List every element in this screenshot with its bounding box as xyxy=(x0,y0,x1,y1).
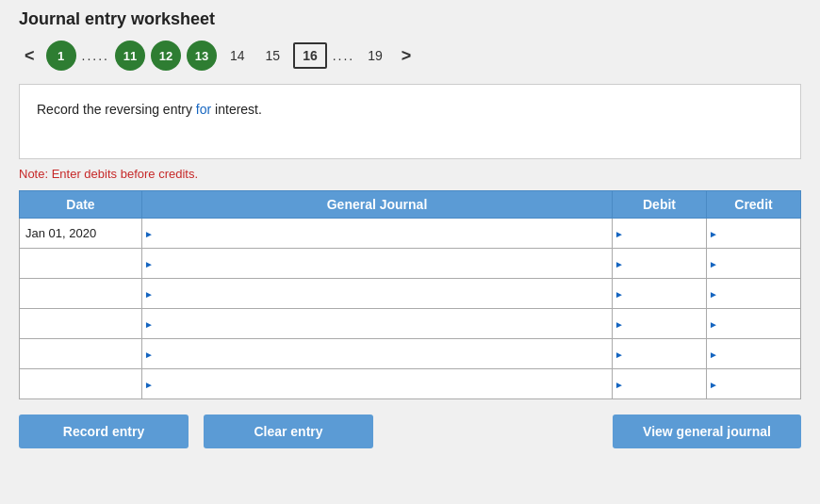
nav-item-16[interactable]: 16 xyxy=(293,42,327,69)
nav-item-19[interactable]: 19 xyxy=(360,44,390,67)
page-title: Journal entry worksheet xyxy=(19,9,801,29)
credit-input-2[interactable] xyxy=(707,249,800,278)
nav-item-1[interactable]: 1 xyxy=(46,41,76,71)
debit-input-4[interactable] xyxy=(613,309,706,338)
nav-item-11[interactable]: 11 xyxy=(115,41,145,71)
col-header-credit: Credit xyxy=(707,191,801,219)
row-arrow-4: ► xyxy=(144,318,154,329)
record-entry-button[interactable]: Record entry xyxy=(19,415,189,448)
journal-input-4[interactable] xyxy=(156,309,612,338)
journal-input-3[interactable] xyxy=(156,279,612,308)
nav-dots-2: .... xyxy=(333,48,355,63)
credit-cell-5[interactable]: ► xyxy=(707,339,801,369)
journal-cell-4[interactable]: ► xyxy=(142,309,613,339)
button-row: Record entry Clear entry View general jo… xyxy=(19,415,801,448)
journal-cell-1[interactable]: ► xyxy=(142,219,613,249)
instruction-highlight: for xyxy=(196,102,211,117)
table-row: ► ► ► xyxy=(20,249,801,279)
table-row: ► ► ► xyxy=(20,369,801,399)
debit-input-3[interactable] xyxy=(613,279,706,308)
credit-input-6[interactable] xyxy=(707,369,800,398)
instruction-text-before: Record the reversing entry xyxy=(37,102,196,117)
instruction-text-after: interest. xyxy=(211,102,262,117)
debit-input-5[interactable] xyxy=(613,339,706,368)
journal-input-6[interactable] xyxy=(156,369,612,398)
page-wrapper: Journal entry worksheet < 1 ..... 11 12 … xyxy=(0,0,820,504)
journal-cell-6[interactable]: ► xyxy=(142,369,613,399)
credit-cell-4[interactable]: ► xyxy=(707,309,801,339)
col-header-date: Date xyxy=(20,191,142,219)
note-text: Note: Enter debits before credits. xyxy=(19,167,801,181)
debit-cell-6[interactable]: ► xyxy=(613,369,707,399)
journal-input-5[interactable] xyxy=(156,339,612,368)
debit-input-6[interactable] xyxy=(613,369,706,398)
instruction-box: Record the reversing entry for interest. xyxy=(19,84,801,159)
debit-cell-2[interactable]: ► xyxy=(613,249,707,279)
nav-item-13[interactable]: 13 xyxy=(187,41,217,71)
credit-input-4[interactable] xyxy=(707,309,800,338)
col-header-debit: Debit xyxy=(613,191,707,219)
row-arrow-5: ► xyxy=(144,349,154,359)
debit-cell-1[interactable]: ► xyxy=(613,219,707,249)
credit-input-5[interactable] xyxy=(707,339,800,368)
col-header-journal: General Journal xyxy=(142,191,613,219)
nav-item-12[interactable]: 12 xyxy=(151,41,181,71)
row-arrow-6: ► xyxy=(144,379,154,389)
credit-cell-1[interactable]: ► xyxy=(707,219,801,249)
credit-cell-3[interactable]: ► xyxy=(707,279,801,309)
nav-prev-arrow[interactable]: < xyxy=(19,44,41,68)
table-row: ► ► ► xyxy=(20,339,801,369)
row-arrow-3: ► xyxy=(144,288,154,299)
date-cell-6 xyxy=(20,369,142,399)
date-cell-2 xyxy=(20,249,142,279)
journal-table: Date General Journal Debit Credit Jan 01… xyxy=(19,190,801,399)
nav-dots-1: ..... xyxy=(82,48,109,63)
journal-input-1[interactable] xyxy=(156,219,612,248)
journal-input-2[interactable] xyxy=(156,249,612,278)
nav-item-14[interactable]: 14 xyxy=(222,44,253,67)
credit-input-3[interactable] xyxy=(707,279,800,308)
journal-cell-5[interactable]: ► xyxy=(142,339,613,369)
date-cell-4 xyxy=(20,309,142,339)
table-row: Jan 01, 2020 ► ► ► xyxy=(20,219,801,249)
date-cell-1: Jan 01, 2020 xyxy=(20,219,142,249)
debit-cell-5[interactable]: ► xyxy=(613,339,707,369)
debit-cell-4[interactable]: ► xyxy=(613,309,707,339)
journal-cell-2[interactable]: ► xyxy=(142,249,613,279)
debit-input-2[interactable] xyxy=(613,249,706,278)
row-arrow-1: ► xyxy=(144,228,154,238)
date-cell-5 xyxy=(20,339,142,369)
row-arrow-2: ► xyxy=(144,258,154,268)
nav-item-15[interactable]: 15 xyxy=(258,44,288,67)
view-general-journal-button[interactable]: View general journal xyxy=(613,415,801,448)
date-cell-3 xyxy=(20,279,142,309)
credit-cell-2[interactable]: ► xyxy=(707,249,801,279)
credit-cell-6[interactable]: ► xyxy=(707,369,801,399)
debit-cell-3[interactable]: ► xyxy=(613,279,707,309)
table-row: ► ► ► xyxy=(20,279,801,309)
credit-input-1[interactable] xyxy=(707,219,800,248)
clear-entry-button[interactable]: Clear entry xyxy=(204,415,373,448)
nav-row: < 1 ..... 11 12 13 14 15 16 .... 19 > xyxy=(19,41,801,71)
nav-next-arrow[interactable]: > xyxy=(396,44,418,68)
table-row: ► ► ► xyxy=(20,309,801,339)
debit-input-1[interactable] xyxy=(613,219,706,248)
journal-cell-3[interactable]: ► xyxy=(142,279,613,309)
